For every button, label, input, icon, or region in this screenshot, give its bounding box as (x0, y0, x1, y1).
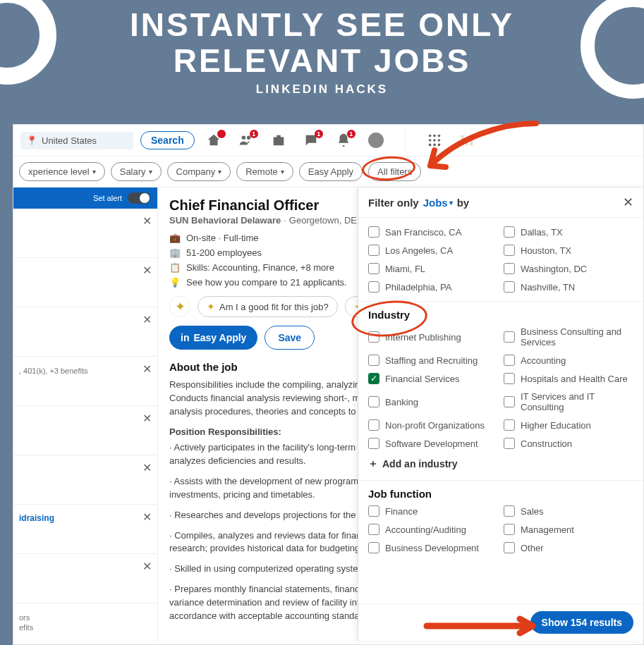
messaging-icon[interactable]: 1 (303, 133, 319, 148)
work-grid-icon[interactable] (427, 133, 442, 148)
messaging-badge: 1 (315, 130, 323, 138)
industry-checkbox[interactable]: Hospitals and Health Care (504, 373, 633, 384)
industry-checkbox[interactable]: Software Development (368, 438, 498, 449)
pin-icon: 📍 (26, 135, 37, 146)
list-item[interactable]: ✕ (13, 307, 157, 357)
city-checkbox[interactable]: Los Angeles, CA (368, 245, 498, 256)
list-item[interactable]: ✕ (13, 209, 157, 258)
list-item[interactable]: orsefits (13, 603, 157, 641)
city-checkbox[interactable]: Houston, TX (504, 245, 633, 256)
jobfunc-checkbox[interactable]: Sales (504, 505, 633, 517)
close-panel-icon[interactable]: ✕ (623, 195, 633, 210)
close-icon[interactable]: ✕ (142, 461, 152, 474)
location-value: United States (42, 135, 97, 146)
close-icon[interactable]: ✕ (142, 313, 152, 326)
list-icon: 📋 (169, 262, 181, 273)
industry-checkbox[interactable]: Non-profit Organizations (368, 419, 498, 431)
set-alert-bar: Set alert (13, 188, 157, 209)
industry-checkbox[interactable]: Accounting (504, 355, 633, 366)
industry-checkbox[interactable]: IT Services and IT Consulting (504, 391, 633, 412)
industry-checkbox[interactable]: Business Consulting and Services (504, 326, 633, 348)
pill-salary[interactable]: Salary▾ (111, 162, 162, 181)
jobfunc-checkbox[interactable]: Other (504, 542, 633, 553)
network-icon[interactable]: 1 (238, 133, 254, 148)
svg-point-3 (433, 135, 436, 137)
list-item[interactable]: ✕, 401(k), +3 benefits (13, 357, 157, 406)
jobfunc-checkbox[interactable]: Accounting/Auditing (368, 524, 498, 535)
panel-body[interactable]: San Francisco, CA Dallas, TX Los Angeles… (358, 218, 643, 603)
add-industry[interactable]: ＋Add an industry (368, 457, 633, 470)
job-list: Set alert ✕ ✕ ✕ ✕, 401(k), +3 benefits ✕… (13, 188, 158, 641)
jobs-dropdown[interactable]: Jobs▾ (423, 197, 453, 209)
ai-suggestion-fit[interactable]: ✦Am I a good fit for this job? (198, 296, 338, 317)
spark-icon: ✦ (169, 296, 190, 317)
pill-experience[interactable]: xperience level▾ (19, 162, 105, 181)
hero-title-2: RELEVANT JOBS (174, 42, 471, 79)
industry-checkbox[interactable]: Banking (368, 391, 498, 412)
jobfunc-checkbox[interactable]: Finance (368, 505, 498, 517)
svg-point-6 (433, 139, 436, 142)
city-checkbox[interactable]: San Francisco, CA (368, 226, 498, 238)
svg-point-9 (433, 144, 436, 147)
avatar[interactable] (368, 133, 384, 148)
main-area: Set alert ✕ ✕ ✕ ✕, 401(k), +3 benefits ✕… (13, 188, 643, 641)
close-icon[interactable]: ✕ (142, 510, 152, 524)
industry-checkbox[interactable]: Higher Education (504, 419, 633, 431)
set-alert-label: Set alert (93, 194, 122, 202)
list-item[interactable]: ✕idraising (13, 505, 157, 554)
premium-icon[interactable] (459, 133, 475, 148)
hero-title-1: INSTANTLY SEE ONLY (130, 6, 514, 43)
close-icon[interactable]: ✕ (142, 560, 152, 573)
home-icon[interactable] (206, 133, 221, 148)
panel-header: Filter only Jobs▾ by ✕ (358, 188, 643, 218)
svg-point-5 (428, 139, 431, 142)
list-item[interactable]: ✕ (13, 406, 157, 455)
svg-point-2 (428, 135, 431, 137)
city-checkbox[interactable]: Philadelphia, PA (368, 281, 498, 293)
industry-grid: Internet Publishing Business Consulting … (368, 326, 633, 449)
svg-point-0 (241, 136, 245, 140)
notif-badge: 1 (347, 130, 356, 138)
easy-apply-button[interactable]: inEasy Apply (169, 326, 257, 350)
notifications-icon[interactable]: 1 (336, 133, 351, 148)
industry-checkbox[interactable]: Internet Publishing (368, 326, 498, 348)
city-checkbox[interactable]: Miami, FL (368, 263, 498, 274)
city-checkbox[interactable]: Dallas, TX (504, 226, 633, 238)
close-icon[interactable]: ✕ (142, 412, 152, 425)
close-icon[interactable]: ✕ (142, 362, 152, 376)
search-button[interactable]: Search (140, 131, 195, 149)
jobfunc-grid: Finance Sales Accounting/Auditing Manage… (368, 505, 633, 553)
jobfunc-checkbox[interactable]: Management (504, 524, 633, 535)
industry-checkbox[interactable]: Construction (504, 438, 633, 449)
all-filters-panel: Filter only Jobs▾ by ✕ San Francisco, CA… (358, 188, 643, 641)
home-badge (217, 130, 226, 138)
close-icon[interactable]: ✕ (142, 264, 152, 277)
jobfunc-checkbox[interactable]: Business Development (368, 542, 498, 553)
industry-checkbox[interactable]: Staffing and Recruiting (368, 355, 498, 366)
top-bar: 📍 United States Search 1 1 1 (13, 125, 643, 156)
linkedin-icon: in (181, 332, 189, 343)
jobfunc-heading: Job function (368, 488, 633, 500)
pill-company[interactable]: Company▾ (167, 162, 231, 181)
hero-subtitle: LINKEDIN HACKS (0, 82, 644, 97)
location-input[interactable]: 📍 United States (20, 132, 133, 149)
pill-all-filters[interactable]: All filters (368, 162, 421, 181)
pill-easy-apply[interactable]: Easy Apply (299, 162, 363, 181)
briefcase-icon: 💼 (169, 233, 181, 243)
svg-point-7 (437, 139, 440, 142)
building-icon: 🏢 (169, 247, 181, 258)
list-item[interactable]: ✕ (13, 258, 157, 307)
panel-footer: Show 154 results (358, 603, 643, 641)
jobs-icon[interactable] (271, 133, 286, 148)
list-item[interactable]: ✕ (13, 455, 157, 505)
hero-banner: INSTANTLY SEE ONLYRELEVANT JOBS LINKEDIN… (0, 0, 644, 102)
alert-toggle[interactable] (128, 192, 150, 204)
list-item[interactable]: ✕ (13, 554, 157, 603)
city-checkbox[interactable]: Washington, DC (504, 263, 633, 274)
city-checkbox[interactable]: Nashville, TN (504, 281, 633, 293)
save-button[interactable]: Save (265, 326, 315, 350)
pill-remote[interactable]: Remote▾ (236, 162, 293, 181)
show-results-button[interactable]: Show 154 results (530, 611, 633, 634)
industry-checkbox[interactable]: Financial Services (368, 373, 498, 384)
close-icon[interactable]: ✕ (142, 214, 152, 228)
